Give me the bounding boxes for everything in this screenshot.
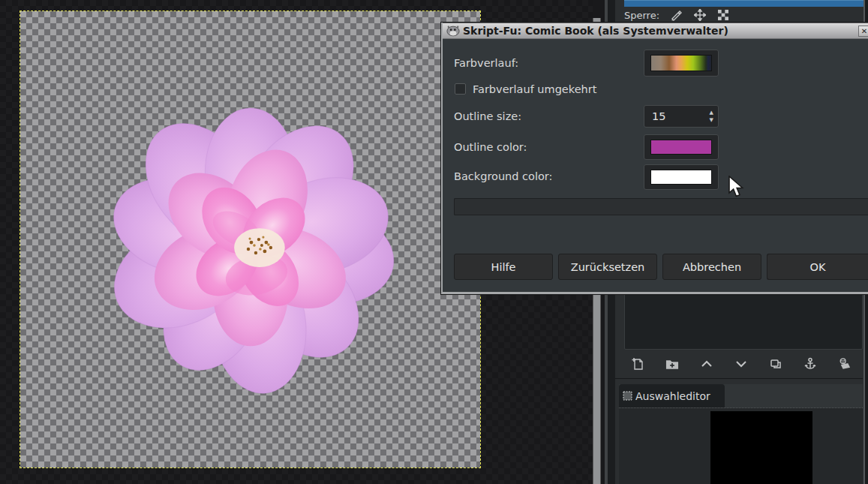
spinner-arrows[interactable]: ▲ ▼	[710, 106, 713, 127]
outline-color-button[interactable]	[644, 134, 719, 160]
new-group-icon[interactable]	[665, 357, 679, 371]
gradient-label: Farbverlauf:	[454, 57, 518, 69]
flower-image	[104, 104, 398, 395]
dialog-button-row: Hilfe Zurücksetzen Abbrechen OK	[454, 254, 868, 280]
image-canvas[interactable]	[20, 11, 480, 467]
dialog-titlebar[interactable]: Skript-Fu: Comic Book (als Systemverwalt…	[443, 23, 868, 39]
gradient-button[interactable]	[644, 50, 719, 77]
gimp-window: Sperre:	[0, 0, 868, 484]
gradient-reversed-label: Farbverlauf umgekehrt	[473, 83, 596, 95]
paint-lock-icon[interactable]	[670, 9, 682, 21]
cancel-button[interactable]: Abbrechen	[662, 254, 761, 280]
lock-label: Sperre:	[624, 10, 659, 21]
dock-divider	[615, 378, 863, 379]
outline-color-swatch	[650, 140, 712, 155]
new-layer-icon[interactable]	[631, 357, 644, 371]
selected-layer-row[interactable]	[624, 0, 863, 7]
help-button[interactable]: Hilfe	[454, 254, 553, 280]
outline-size-input[interactable]	[652, 106, 693, 127]
outline-size-spinner[interactable]: ▲ ▼	[644, 105, 719, 128]
dialog-title: Skript-Fu: Comic Book (als Systemverwalt…	[463, 25, 728, 37]
gradient-reversed-checkbox[interactable]	[455, 83, 466, 95]
layer-lock-row: Sperre:	[624, 8, 862, 23]
spinner-up-icon[interactable]: ▲	[710, 110, 713, 116]
gimp-wilber-icon	[446, 26, 460, 37]
outline-size-label: Outline size:	[454, 110, 521, 122]
lower-layer-icon[interactable]	[734, 357, 748, 371]
mouse-cursor	[726, 176, 746, 200]
duplicate-layer-icon[interactable]	[769, 357, 782, 371]
anchor-layer-icon[interactable]	[803, 357, 817, 371]
tab-label: Auswahleditor	[635, 390, 710, 402]
selection-mask-thumbnail[interactable]	[710, 411, 812, 484]
alpha-lock-icon[interactable]	[718, 10, 728, 20]
close-button[interactable]: ✕	[858, 26, 868, 37]
position-lock-icon[interactable]	[694, 9, 706, 21]
selection-icon	[623, 391, 632, 401]
ok-button[interactable]: OK	[767, 254, 868, 280]
tab-selection-editor[interactable]: Auswahleditor	[619, 384, 725, 407]
gradient-preview	[650, 55, 712, 71]
background-color-label: Background color:	[454, 170, 552, 182]
background-color-swatch	[650, 170, 712, 185]
layers-list[interactable]	[624, 292, 863, 350]
spinner-down-icon[interactable]: ▼	[710, 118, 713, 123]
reset-button[interactable]: Zurücksetzen	[558, 254, 657, 280]
progress-bar	[454, 198, 868, 215]
background-color-button[interactable]	[644, 164, 719, 190]
selection-editor-preview	[619, 407, 863, 484]
dialog-body: Farbverlauf: Farbverlauf umgekehrt Outli…	[443, 39, 868, 291]
raise-layer-icon[interactable]	[700, 357, 713, 371]
outline-color-label: Outline color:	[454, 141, 527, 153]
script-fu-dialog: Skript-Fu: Comic Book (als Systemverwalt…	[441, 23, 868, 294]
layers-toolbar	[615, 350, 863, 377]
delete-layer-icon[interactable]	[838, 357, 851, 371]
